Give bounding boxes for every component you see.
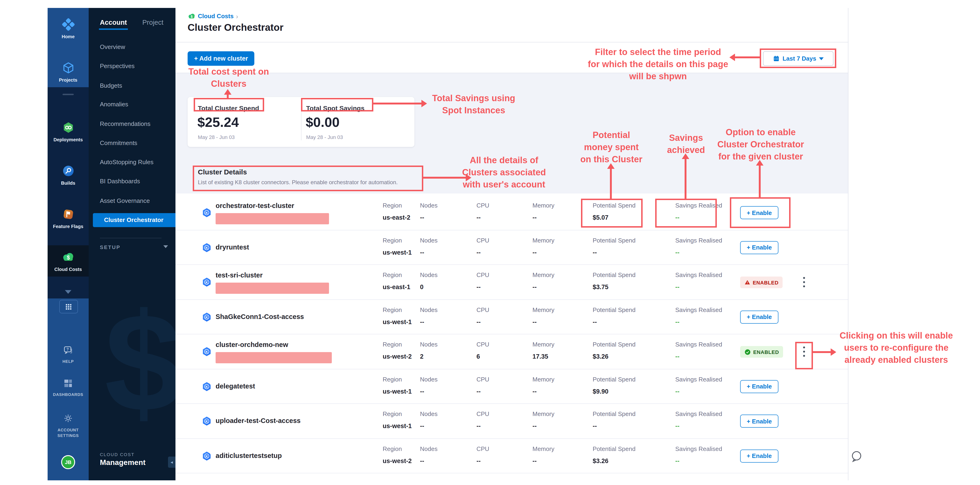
cluster-row-dryruntest[interactable]: KdryruntestRegionus-west-1Nodes--CPU--Me… (175, 230, 848, 265)
module-grid-button[interactable] (59, 300, 78, 313)
sidebar-setup[interactable]: SETUP (100, 244, 120, 250)
app-window: Home Projects Deployments (48, 8, 848, 480)
cell-value-memory: 17.35 (533, 353, 548, 360)
sidebar-item-cluster-orchestrator[interactable]: Cluster Orchestrator (93, 213, 175, 227)
module-label: Builds (48, 181, 89, 185)
cell-value-potential: $3.75 (593, 284, 609, 290)
sidebar-item-bi-dashboards[interactable]: BI Dashboards (89, 174, 175, 189)
column-label-memory: Memory (533, 271, 554, 278)
chevron-down-icon (163, 245, 168, 248)
rail-label: DASHBOARDS (48, 392, 89, 397)
sidebar-item-commitments[interactable]: Commitments (89, 136, 175, 150)
kebab-menu[interactable] (801, 346, 807, 358)
enable-button[interactable]: + Enable (740, 380, 778, 393)
chevron-down-icon[interactable] (65, 290, 72, 294)
tab-account[interactable]: Account (100, 19, 127, 26)
cell-value-region: us-west-2 (383, 353, 412, 360)
svg-text:K: K (205, 281, 208, 284)
sidebar-item-budgets[interactable]: Budgets (89, 79, 175, 93)
module-deployments[interactable]: Deployments (48, 121, 89, 142)
rail-account-settings[interactable]: ACCOUNT SETTINGS (48, 413, 89, 438)
summary-card: Total Cluster Spend $25.24 May 28 - Jun … (188, 97, 414, 147)
cluster-row-aditiclustertestsetup[interactable]: KaditiclustertestsetupRegionus-west-2Nod… (175, 439, 848, 473)
cluster-row-cluster-orchdemo-new[interactable]: Kcluster-orchdemo-newRegionus-west-2Node… (175, 334, 848, 369)
cluster-row-test-sri-cluster[interactable]: Ktest-sri-clusterRegionus-east-1Nodes0CP… (175, 265, 848, 300)
cluster-row-uploader-test-cost-access[interactable]: Kuploader-test-Cost-accessRegionus-west-… (175, 404, 848, 439)
cell-value-savings: -- (675, 457, 679, 464)
sidebar-item-overview[interactable]: Overview (89, 40, 175, 54)
kubernetes-icon: K (202, 381, 212, 391)
cluster-name: uploader-test-Cost-access (216, 417, 301, 424)
module-home[interactable]: Home (48, 18, 89, 39)
kebab-menu[interactable] (801, 276, 807, 288)
column-label-cpu: CPU (476, 237, 489, 244)
column-label-potential: Potential Spend (593, 306, 636, 313)
total-cluster-spend-value: $25.24 (197, 115, 239, 130)
check-circle-icon (745, 349, 751, 355)
module-feature-flags[interactable]: Feature Flags (48, 208, 89, 229)
column-label-region: Region (383, 237, 402, 244)
cell-value-savings: -- (675, 284, 679, 290)
enable-button[interactable]: + Enable (740, 241, 778, 254)
cluster-name: orchestrator-test-cluster (216, 202, 294, 209)
add-new-cluster-button[interactable]: + Add new cluster (188, 51, 255, 66)
column-label-cpu: CPU (476, 376, 489, 383)
breadcrumb[interactable]: $ Cloud Costs › (188, 12, 238, 20)
sidebar-item-asset-governance[interactable]: Asset Governance (89, 194, 175, 208)
sidebar-item-anomalies[interactable]: Anomalies (89, 97, 175, 111)
enable-button[interactable]: + Enable (740, 206, 778, 219)
cell-value-cpu: -- (476, 284, 480, 290)
brand-line1: CLOUD COST (100, 452, 135, 457)
module-projects[interactable]: Projects (48, 62, 89, 82)
tab-project[interactable]: Project (142, 19, 163, 26)
sidebar-collapse-handle[interactable]: ◄ (168, 456, 175, 468)
sidebar: $ Account Project OverviewPerspectivesBu… (89, 8, 175, 480)
module-cloud-costs[interactable]: $ Cloud Costs (48, 250, 89, 272)
kubernetes-icon: K (202, 208, 212, 218)
cell-value-savings: -- (675, 214, 679, 221)
redaction-bar (216, 213, 329, 224)
cell-value-memory: -- (533, 423, 537, 430)
enable-button[interactable]: + Enable (740, 415, 778, 428)
cluster-row-shagkeconn1-cost-access[interactable]: KShaGkeConn1-Cost-accessRegionus-west-1N… (175, 300, 848, 334)
sidebar-item-recommendations[interactable]: Recommendations (89, 117, 175, 131)
page-header: $ Cloud Costs › Cluster Orchestrator (175, 8, 848, 43)
cube-icon (62, 62, 75, 74)
column-label-memory: Memory (533, 341, 554, 348)
sidebar-item-autostopping-rules[interactable]: AutoStopping Rules (89, 155, 175, 169)
help-chat-icon[interactable] (850, 450, 863, 463)
calendar-icon (773, 55, 780, 62)
cell-value-region: us-east-1 (383, 284, 410, 290)
sidebar-item-perspectives[interactable]: Perspectives (89, 59, 175, 73)
cell-value-nodes: -- (420, 388, 424, 395)
cell-value-cpu: -- (476, 214, 480, 221)
cell-value-memory: -- (533, 318, 537, 325)
user-avatar[interactable]: JB (61, 455, 75, 469)
column-label-nodes: Nodes (420, 271, 438, 278)
grid-icon (65, 303, 72, 311)
dollar-watermark: $ (105, 292, 175, 432)
total-cluster-spend-label: Total Cluster Spend (198, 105, 259, 112)
module-label: Projects (48, 78, 89, 82)
breadcrumb-label[interactable]: Cloud Costs (198, 13, 234, 20)
module-builds[interactable]: Builds (48, 165, 89, 185)
cell-value-potential: -- (593, 249, 597, 256)
cluster-row-orchestrator-test-cluster[interactable]: Korchestrator-test-clusterRegionus-east-… (175, 195, 848, 230)
svg-text:K: K (205, 211, 208, 215)
cell-value-nodes: -- (420, 423, 424, 430)
column-label-memory: Memory (533, 202, 554, 209)
cluster-name: delegatetest (216, 382, 255, 390)
rail-dashboards[interactable]: DASHBOARDS (48, 378, 89, 397)
rail-help[interactable]: ? HELP (48, 345, 89, 364)
enable-button[interactable]: + Enable (740, 449, 778, 462)
enable-button[interactable]: + Enable (740, 311, 778, 323)
column-label-potential: Potential Spend (593, 376, 636, 383)
cell-value-savings: -- (675, 423, 679, 430)
redaction-bar (216, 283, 329, 294)
deployments-icon (62, 121, 75, 134)
time-filter-dropdown[interactable]: Last 7 Days (763, 51, 834, 66)
column-label-region: Region (383, 202, 402, 209)
cluster-row-delegatetest[interactable]: KdelegatetestRegionus-west-1Nodes--CPU--… (175, 369, 848, 404)
column-label-potential: Potential Spend (593, 202, 636, 209)
svg-text:K: K (205, 315, 208, 319)
